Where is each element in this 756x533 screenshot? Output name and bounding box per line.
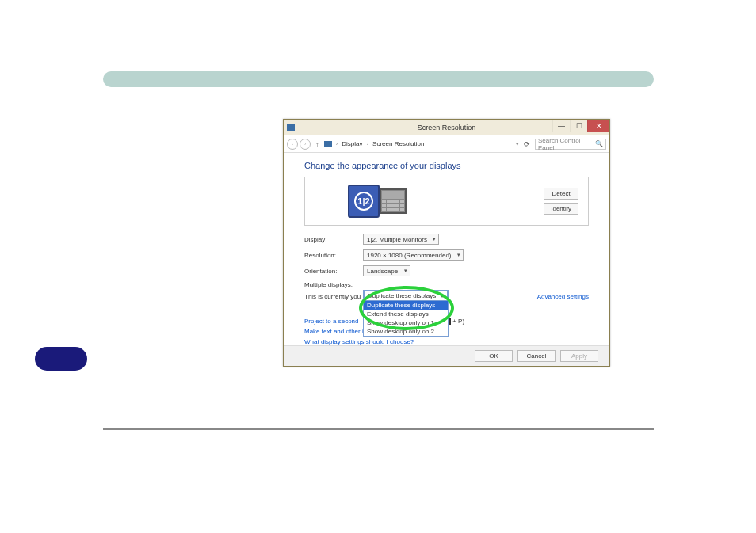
decorative-bar bbox=[103, 71, 654, 87]
multiple-displays-dropdown[interactable]: Duplicate these displays▾ Duplicate thes… bbox=[363, 290, 449, 337]
orientation-row: Orientation: Landscape bbox=[304, 265, 589, 276]
multiple-displays-label: Multiple displays: bbox=[304, 281, 357, 288]
close-button[interactable]: ✕ bbox=[587, 120, 609, 132]
apply-button[interactable]: Apply bbox=[560, 350, 598, 362]
detect-button[interactable]: Detect bbox=[544, 188, 578, 200]
orientation-select[interactable]: Landscape bbox=[363, 265, 410, 276]
orientation-label: Orientation: bbox=[304, 268, 357, 275]
dropdown-option[interactable]: Show desktop only on 2 bbox=[364, 327, 448, 336]
decorative-line bbox=[103, 428, 654, 430]
resolution-row: Resolution: 1920 × 1080 (Recommended) bbox=[304, 249, 589, 261]
display-label: Display: bbox=[304, 236, 357, 243]
preview-buttons: Detect Identify bbox=[544, 188, 578, 215]
monitor-icon bbox=[324, 141, 332, 147]
breadcrumb[interactable]: Display bbox=[342, 140, 362, 147]
page-title: Change the appearance of your displays bbox=[304, 161, 589, 170]
window-icon bbox=[287, 124, 295, 131]
identify-button[interactable]: Identify bbox=[544, 203, 578, 215]
dialog-footer: OK Cancel Apply bbox=[284, 345, 609, 366]
screen-resolution-window: Screen Resolution — ☐ ✕ ‹ › ↑ › Display … bbox=[283, 119, 610, 367]
chevron-right-icon: › bbox=[366, 140, 368, 147]
forward-button[interactable]: › bbox=[300, 139, 311, 150]
content-area: Change the appearance of your displays 1… bbox=[284, 153, 609, 366]
decorative-pill bbox=[35, 347, 87, 371]
ok-button[interactable]: OK bbox=[475, 350, 513, 362]
dropdown-option[interactable]: Show desktop only on 1 bbox=[364, 318, 448, 327]
monitors-graphic[interactable]: 1|2 bbox=[348, 185, 407, 218]
monitor-1[interactable]: 1|2 bbox=[348, 185, 380, 218]
back-button[interactable]: ‹ bbox=[287, 139, 298, 150]
maximize-button[interactable]: ☐ bbox=[570, 120, 587, 132]
what-settings-link[interactable]: What display settings should I choose? bbox=[304, 338, 414, 345]
address-bar: ‹ › ↑ › Display › Screen Resolution ▾ ⟳ … bbox=[284, 135, 609, 153]
up-button[interactable]: ↑ bbox=[315, 140, 319, 148]
cancel-button[interactable]: Cancel bbox=[517, 350, 556, 362]
monitor-2[interactable] bbox=[380, 188, 407, 214]
search-icon: 🔍 bbox=[595, 140, 603, 147]
dropdown-option[interactable]: Extend these displays bbox=[364, 310, 448, 318]
dropdown-option[interactable]: Duplicate these displays bbox=[364, 301, 448, 310]
window-buttons: — ☐ ✕ bbox=[552, 120, 609, 132]
project-link[interactable]: Project to a second bbox=[304, 318, 358, 325]
breadcrumb[interactable]: Screen Resolution bbox=[372, 140, 424, 147]
refresh-button[interactable]: ⟳ bbox=[524, 140, 530, 148]
display-row: Display: 1|2. Multiple Monitors bbox=[304, 234, 589, 245]
chevron-down-icon: ▾ bbox=[441, 292, 444, 299]
search-placeholder: Search Control Panel bbox=[538, 137, 595, 151]
resolution-select[interactable]: 1920 × 1080 (Recommended) bbox=[363, 249, 464, 261]
dropdown-current[interactable]: Duplicate these displays▾ bbox=[364, 291, 448, 301]
resolution-label: Resolution: bbox=[304, 252, 357, 259]
window-title: Screen Resolution bbox=[418, 124, 476, 131]
monitor-number: 1|2 bbox=[354, 192, 373, 211]
titlebar: Screen Resolution — ☐ ✕ bbox=[284, 120, 609, 135]
multiple-displays-row: Multiple displays: bbox=[304, 281, 589, 288]
chevron-right-icon: › bbox=[336, 140, 338, 147]
display-preview: 1|2 Detect Identify bbox=[304, 177, 589, 226]
chevron-down-icon[interactable]: ▾ bbox=[516, 141, 519, 147]
display-select[interactable]: 1|2. Multiple Monitors bbox=[363, 234, 439, 245]
advanced-settings-link[interactable]: Advanced settings bbox=[537, 293, 589, 300]
search-input[interactable]: Search Control Panel 🔍 bbox=[535, 139, 606, 150]
minimize-button[interactable]: — bbox=[552, 120, 570, 132]
